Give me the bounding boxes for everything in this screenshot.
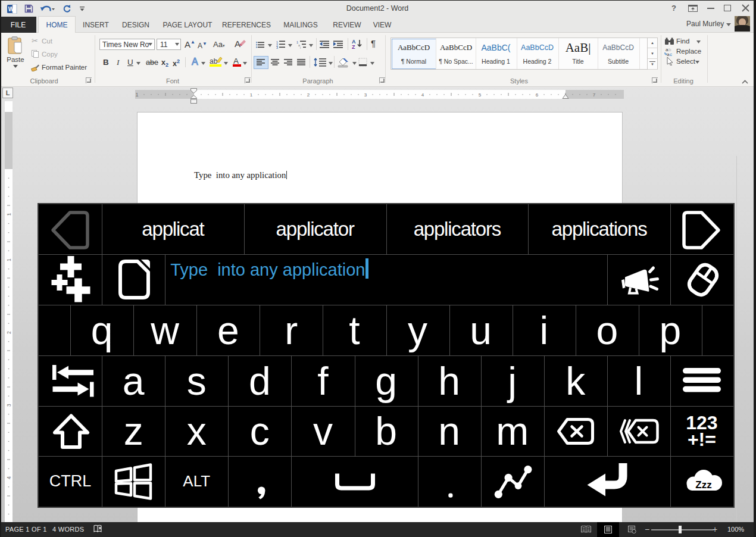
- svg-text:7: 7: [593, 92, 596, 98]
- svg-text:6: 6: [536, 92, 539, 98]
- svg-text:4: 4: [421, 92, 424, 98]
- svg-text:5: 5: [479, 92, 482, 98]
- svg-text:1: 1: [6, 213, 12, 216]
- svg-text:3: 3: [276, 46, 278, 49]
- svg-text:2: 2: [307, 92, 310, 98]
- svg-text:1: 1: [6, 258, 12, 261]
- svg-text:A: A: [235, 39, 240, 49]
- svg-text:i: i: [300, 46, 301, 49]
- svg-text:1: 1: [250, 92, 253, 98]
- svg-text:1: 1: [135, 92, 138, 98]
- svg-text:3: 3: [6, 404, 12, 407]
- svg-text:3: 3: [364, 92, 367, 98]
- svg-text:4: 4: [6, 476, 12, 479]
- svg-text:Z: Z: [352, 44, 355, 49]
- svg-text:Zzz: Zzz: [695, 479, 711, 491]
- svg-text:2: 2: [6, 331, 12, 334]
- svg-text:c: c: [670, 52, 672, 56]
